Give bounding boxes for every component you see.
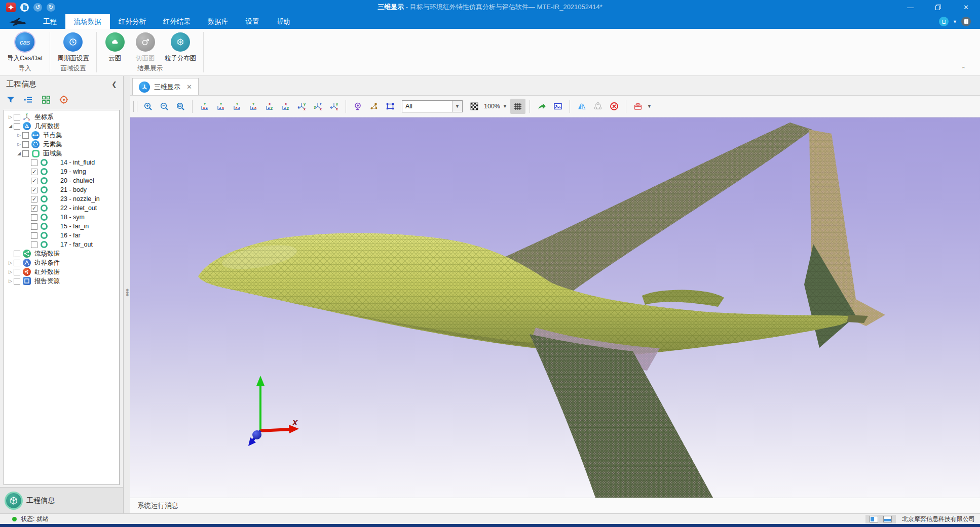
view-iso2-icon[interactable]: zyx [310,99,325,114]
help-book-icon[interactable] [961,17,971,26]
zoom-in-icon[interactable] [140,99,156,114]
menu-3[interactable]: 红外分析 [110,14,155,29]
view-left-icon[interactable]: Yxz [229,99,244,114]
project-info-dock-button[interactable]: 工程信息 [0,487,123,513]
tree-checkbox[interactable] [22,141,29,148]
view-top-icon[interactable]: Xzy [261,99,277,114]
tree-checkbox[interactable]: ✓ [31,205,37,212]
layout-bottom-panel-icon[interactable] [883,516,892,522]
tab-3d-display[interactable]: 三维显示 ✕ [132,78,199,95]
3d-viewport[interactable]: X [130,117,980,498]
tree-row[interactable]: ▷报告资源 [4,276,119,286]
export-icon[interactable] [534,99,549,114]
select-dropdown-icon[interactable]: ▼ [452,101,462,112]
tree-checkbox[interactable] [31,159,37,166]
tab-close-icon[interactable]: ✕ [186,83,192,91]
select-box-icon[interactable] [383,99,398,114]
layout-left-panel-icon[interactable] [870,516,878,522]
tree-expander-icon[interactable]: ◢ [7,124,14,129]
ribbon-collapse-icon[interactable]: ⌃ [961,66,966,72]
view-back-icon[interactable]: Yzx [213,99,228,114]
menu-4[interactable]: 红外结果 [155,14,199,29]
zoom-out-icon[interactable] [157,99,172,114]
redo-icon[interactable]: ↻ [47,3,55,12]
tree-expander-icon[interactable]: ▷ [16,133,22,138]
tree-checkbox[interactable] [14,114,20,120]
zoom-fit-icon[interactable] [173,99,188,114]
tree-checkbox[interactable] [14,260,20,266]
view-iso3-icon[interactable]: yzx [326,99,342,114]
grid-icon[interactable] [510,99,525,114]
zoom-level-label[interactable]: 100% [484,103,500,110]
mirror-icon[interactable] [574,99,589,114]
minimize-button[interactable]: — [896,0,924,14]
link-nodes-icon[interactable] [590,99,606,114]
ribbon-button-cas[interactable]: cas导入Cas/Dat [4,32,46,63]
camera-icon[interactable] [350,99,365,114]
tree-checkbox[interactable] [31,232,37,239]
view-front-icon[interactable]: Yxz [197,99,212,114]
tree-checkbox[interactable] [31,241,37,248]
tree-row[interactable]: 16 - far [4,231,119,240]
tree-row[interactable]: 17 - far_out [4,240,119,249]
tree-row[interactable]: ✓20 - chuiwei [4,176,119,185]
ribbon-button-particles3d[interactable]: 粒子分布图 [162,32,200,63]
section-box-icon[interactable] [630,99,646,114]
zoom-level-caret-icon[interactable]: ▼ [503,104,507,109]
tree-row[interactable]: ▷红外数据 [4,267,119,276]
filter-icon[interactable] [6,95,15,106]
tree-checkbox[interactable]: ✓ [31,196,37,202]
close-button[interactable]: ✕ [952,0,980,14]
tree-expander-icon[interactable]: ▷ [7,260,14,265]
tree-row[interactable]: ▷节点集 [4,131,119,140]
toolbar-grip[interactable] [133,101,137,112]
tree-row[interactable]: ✓19 - wing [4,167,119,176]
cancel-icon[interactable] [607,99,622,114]
tree-checkbox[interactable] [14,123,20,130]
tree-expander-icon[interactable]: ▷ [7,278,14,283]
tree-row[interactable]: ◢几何数据 [4,121,119,131]
tree-row[interactable]: ◢面域集 [4,149,119,158]
locate-icon[interactable] [59,95,68,106]
tree-checkbox[interactable] [14,278,20,285]
ribbon-button-clock[interactable]: 周期面设置 [54,32,92,63]
tree-row[interactable]: 流场数据 [4,249,119,258]
theme-icon[interactable] [939,17,949,26]
tree-row[interactable]: 18 - sym [4,213,119,222]
tree-row[interactable]: 15 - far_in [4,222,119,231]
maximize-button[interactable] [924,0,952,14]
tree-row[interactable]: ✓22 - inlet_out [4,204,119,213]
tree-expander-icon[interactable]: ◢ [16,151,22,156]
panel-collapse-icon[interactable]: ❮ [111,80,117,88]
view-bottom-icon[interactable]: Xzy [278,99,293,114]
display-filter-select[interactable]: All▼ [402,100,463,112]
tree-row[interactable]: ✓23 - nozzle_in [4,194,119,204]
menu-2[interactable]: 流场数据 [65,14,110,29]
dropdown-caret-icon[interactable]: ▼ [953,19,957,24]
view-right-icon[interactable]: Yzx [245,99,260,114]
panel-splitter[interactable]: ●●● [124,76,130,513]
tree-expander-icon[interactable]: ▷ [16,142,22,147]
tree-row[interactable]: ▷边界条件 [4,258,119,267]
undo-icon[interactable]: ↺ [33,3,42,12]
tree-expander-icon[interactable]: ▷ [7,114,14,119]
app-logo-icon[interactable] [6,3,16,12]
menu-6[interactable]: 设置 [237,14,268,29]
ribbon-button-cloud[interactable]: 云图 [101,32,129,63]
tree-checkbox[interactable] [22,150,29,157]
tree-checkbox[interactable] [31,214,37,221]
menu-1[interactable]: 工程 [34,14,65,29]
tree-checkbox[interactable]: ✓ [31,178,37,184]
tree-row[interactable]: ▷Yzx坐标系 [4,112,119,121]
section-box-caret-icon[interactable]: ▼ [647,104,652,109]
particle-trace-icon[interactable] [366,99,382,114]
tree-row[interactable]: 14 - int_fluid [4,158,119,167]
view-iso1-icon[interactable]: yzx [294,99,309,114]
tree-checkbox[interactable] [14,251,20,257]
transparency-icon[interactable] [467,99,482,114]
tree-checkbox[interactable] [22,132,29,139]
tree-checkbox[interactable] [14,269,20,275]
snapshot-icon[interactable] [550,99,566,114]
list-filter-icon[interactable] [24,95,33,106]
new-document-icon[interactable] [20,3,29,12]
